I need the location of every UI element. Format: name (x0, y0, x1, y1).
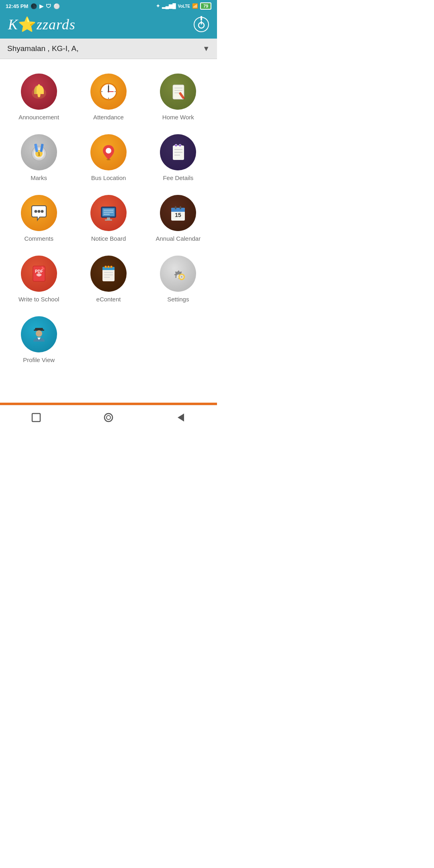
buslocation-label: Bus Location (91, 174, 126, 181)
comments-label: Comments (24, 235, 53, 242)
buslocation-icon (90, 134, 127, 170)
svg-rect-49 (175, 206, 176, 209)
signal-icon: ▂▄▆█ (162, 3, 176, 9)
profileview-icon (21, 316, 57, 352)
marks-label: Marks (31, 174, 47, 181)
svg-point-28 (106, 148, 111, 154)
econtent-icon (90, 256, 127, 292)
menu-item-buslocation[interactable]: Bus Location (74, 128, 143, 184)
feedetails-icon (160, 134, 196, 170)
svg-point-70 (36, 330, 42, 337)
menu-grid: Announcement Attendance (0, 59, 217, 371)
svg-point-62 (107, 266, 109, 268)
svg-point-29 (106, 159, 111, 160)
svg-point-38 (41, 210, 43, 213)
menu-item-homework[interactable]: Home Work (143, 67, 213, 124)
svg-point-73 (106, 416, 111, 420)
student-name: Shyamalan , KG-I, A, (7, 44, 78, 53)
svg-point-5 (38, 95, 40, 97)
svg-point-67 (181, 276, 182, 278)
writetoschool-icon: PDF (21, 256, 57, 292)
svg-rect-57 (102, 268, 115, 270)
menu-item-comments[interactable]: Comments (4, 188, 74, 245)
menu-item-announcement[interactable]: Announcement (4, 67, 74, 124)
svg-marker-74 (178, 414, 184, 422)
bottom-nav (0, 405, 217, 430)
svg-point-61 (104, 266, 106, 268)
feedetails-label: Fee Details (163, 174, 193, 181)
nav-home-button[interactable] (102, 411, 115, 424)
menu-item-marks[interactable]: 1 Marks (4, 128, 74, 184)
lte-icon: VoLTE (178, 4, 190, 8)
calendar-label: Annual Calendar (156, 235, 201, 242)
svg-point-72 (104, 414, 113, 422)
bluetooth-icon: ✦ (156, 3, 160, 9)
moon-icon: 🌑 (31, 3, 37, 9)
student-selector[interactable]: Shyamalan , KG-I, A, ▼ (0, 39, 217, 59)
circle-icon: ⚪ (53, 3, 60, 9)
status-bar: 12:45 PM 🌑 ▶ 🛡 ⚪ ✦ ▂▄▆█ VoLTE 📶 79 (0, 0, 217, 12)
settings-icon (160, 256, 196, 292)
announcement-icon (21, 74, 57, 110)
shield-icon: 🛡 (46, 3, 51, 9)
status-left: 12:45 PM 🌑 ▶ 🛡 ⚪ (6, 3, 60, 9)
nav-back-button[interactable] (174, 411, 187, 424)
app-logo: K⭐zzards (8, 16, 76, 33)
menu-item-calendar[interactable]: 15 Annual Calendar (143, 188, 213, 245)
svg-point-36 (34, 210, 37, 213)
menu-item-settings[interactable]: Settings (143, 249, 213, 306)
svg-point-63 (110, 266, 112, 268)
play-icon: ▶ (39, 3, 43, 9)
menu-item-profileview[interactable]: Profile View (4, 310, 74, 366)
time: 12:45 PM (6, 3, 28, 9)
svg-text:15: 15 (175, 212, 182, 218)
svg-point-32 (179, 144, 181, 147)
wifi-icon: 📶 (192, 3, 198, 9)
svg-rect-50 (180, 206, 181, 209)
menu-item-writetoschool[interactable]: PDF Write to School (4, 249, 74, 306)
attendance-label: Attendance (93, 114, 124, 121)
announcement-label: Announcement (18, 114, 59, 121)
writetoschool-label: Write to School (18, 296, 59, 303)
homework-icon (160, 74, 196, 110)
svg-rect-44 (107, 217, 110, 219)
svg-point-31 (175, 144, 177, 147)
homework-label: Home Work (162, 114, 194, 121)
comments-icon (21, 195, 57, 231)
svg-text:PDF: PDF (35, 269, 43, 274)
marks-icon: 1 (21, 134, 57, 170)
app-header: K⭐zzards (0, 12, 217, 39)
menu-item-attendance[interactable]: Attendance (74, 67, 143, 124)
svg-rect-71 (32, 414, 40, 422)
battery-indicator: 79 (200, 2, 211, 10)
noticeboard-icon (90, 195, 127, 231)
menu-item-noticeboard[interactable]: Notice Board (74, 188, 143, 245)
svg-rect-45 (105, 219, 112, 221)
svg-point-37 (37, 210, 40, 213)
power-button[interactable] (194, 17, 209, 32)
chevron-down-icon: ▼ (203, 45, 210, 53)
noticeboard-label: Notice Board (91, 235, 126, 242)
calendar-icon: 15 (160, 195, 196, 231)
econtent-label: eContent (96, 296, 121, 303)
svg-text:1: 1 (38, 151, 40, 156)
settings-label: Settings (167, 296, 189, 303)
attendance-icon (90, 74, 127, 110)
profileview-label: Profile View (23, 356, 55, 363)
status-right: ✦ ▂▄▆█ VoLTE 📶 79 (156, 2, 211, 10)
menu-item-econtent[interactable]: eContent (74, 249, 143, 306)
menu-item-feedetails[interactable]: Fee Details (143, 128, 213, 184)
nav-recent-button[interactable] (30, 411, 43, 424)
